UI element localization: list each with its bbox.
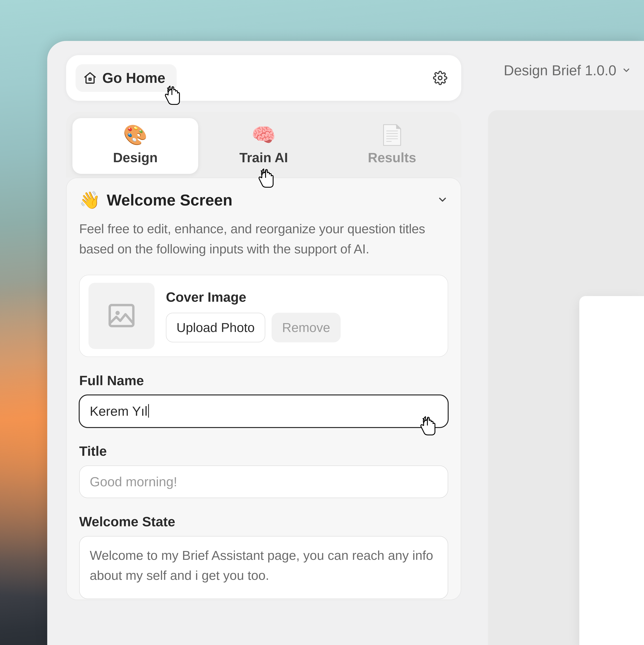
go-home-button[interactable]: Go Home [75,64,177,92]
wave-icon: 👋 [79,190,100,210]
tab-results[interactable]: 📄 Results [329,118,455,174]
tab-label: Results [368,150,416,165]
welcome-section: 👋 Welcome Screen Feel free to edit, enha… [66,178,461,600]
cover-controls: Cover Image Upload Photo Remove [166,289,341,342]
version-selector[interactable]: Design Brief 1.0.0 [504,62,631,78]
palette-icon: 🎨 [123,125,147,145]
svg-point-3 [115,311,120,315]
left-panel: Go Home 🎨 Design 🧠 [66,55,461,645]
svg-rect-0 [89,78,91,80]
document-icon: 📄 [380,125,404,145]
go-home-label: Go Home [102,70,165,86]
remove-photo-button[interactable]: Remove [272,313,341,342]
settings-button[interactable] [428,66,452,89]
preview-page [579,296,644,645]
tab-label: Train AI [240,150,288,165]
cover-thumbnail[interactable] [88,283,154,349]
section-description: Feel free to edit, enhance, and reorgani… [79,219,448,259]
full-name-field: Full Name Kerem Yıl [79,373,448,428]
title-input[interactable] [79,465,448,498]
cursor-icon [164,85,183,105]
field-label: Welcome State [79,514,448,529]
welcome-state-textarea[interactable] [79,536,448,599]
field-label: Title [79,443,448,459]
version-label: Design Brief 1.0.0 [504,62,616,78]
svg-point-1 [438,76,442,80]
main-surface: Go Home 🎨 Design 🧠 [47,41,644,645]
title-field: Title [79,443,448,498]
cover-label: Cover Image [166,289,341,305]
panel-header: Go Home [66,55,461,101]
upload-photo-button[interactable]: Upload Photo [166,313,265,342]
chevron-down-icon [437,194,448,206]
svg-rect-2 [110,305,133,326]
tab-train-ai[interactable]: 🧠 Train AI [201,118,326,174]
tab-bar: 🎨 Design 🧠 Train AI 📄 Results [66,112,461,178]
brain-icon: 🧠 [251,125,276,145]
input-value: Kerem Yıl [90,404,147,419]
cover-image-card: Cover Image Upload Photo Remove [79,275,448,357]
full-name-input[interactable]: Kerem Yıl [79,395,448,428]
home-icon [83,71,97,85]
field-label: Full Name [79,373,448,388]
welcome-state-field: Welcome State [79,514,448,600]
gear-icon [433,71,447,85]
chevron-down-icon [622,65,631,75]
section-title: Welcome Screen [107,191,430,209]
section-header[interactable]: 👋 Welcome Screen [79,190,448,210]
image-placeholder-icon [106,300,137,332]
tab-label: Design [113,150,157,165]
panel-divider [479,55,479,645]
preview-canvas [488,110,644,645]
tab-design[interactable]: 🎨 Design [72,118,198,174]
